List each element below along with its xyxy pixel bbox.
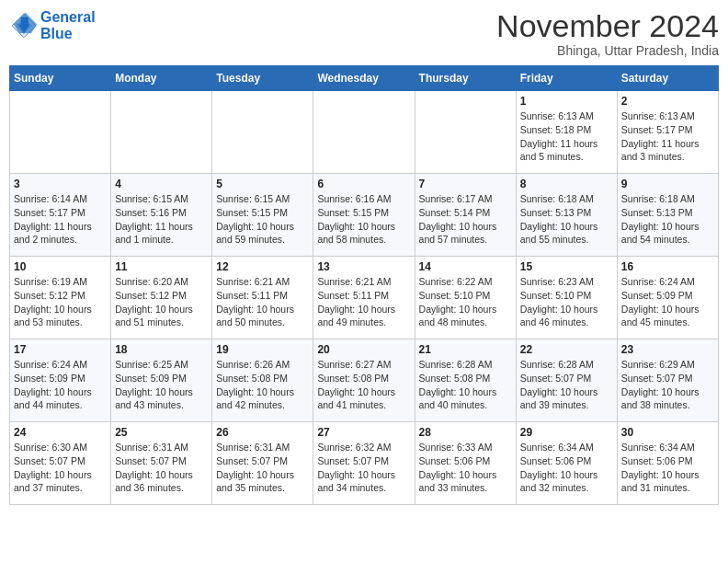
- day-info: Sunrise: 6:16 AM Sunset: 5:15 PM Dayligh…: [317, 192, 410, 247]
- calendar-cell: 6Sunrise: 6:16 AM Sunset: 5:15 PM Daylig…: [313, 174, 415, 257]
- weekday-header-wednesday: Wednesday: [313, 66, 415, 91]
- day-number: 10: [14, 260, 107, 273]
- day-number: 17: [14, 343, 107, 356]
- calendar-cell: 26Sunrise: 6:31 AM Sunset: 5:07 PM Dayli…: [212, 422, 313, 505]
- calendar-header-row: SundayMondayTuesdayWednesdayThursdayFrid…: [10, 66, 719, 91]
- day-number: 14: [419, 260, 512, 273]
- calendar-cell: 5Sunrise: 6:15 AM Sunset: 5:15 PM Daylig…: [212, 174, 313, 257]
- day-number: 30: [621, 426, 714, 439]
- day-info: Sunrise: 6:34 AM Sunset: 5:06 PM Dayligh…: [520, 441, 613, 495]
- day-info: Sunrise: 6:28 AM Sunset: 5:08 PM Dayligh…: [419, 358, 512, 412]
- calendar-cell: 3Sunrise: 6:14 AM Sunset: 5:17 PM Daylig…: [10, 174, 111, 257]
- day-number: 8: [520, 178, 613, 190]
- day-info: Sunrise: 6:29 AM Sunset: 5:07 PM Dayligh…: [621, 358, 714, 412]
- day-info: Sunrise: 6:31 AM Sunset: 5:07 PM Dayligh…: [216, 441, 309, 495]
- day-info: Sunrise: 6:25 AM Sunset: 5:09 PM Dayligh…: [115, 358, 208, 412]
- weekday-header-thursday: Thursday: [415, 66, 516, 91]
- calendar-week-row: 3Sunrise: 6:14 AM Sunset: 5:17 PM Daylig…: [10, 174, 719, 257]
- day-number: 25: [115, 426, 208, 439]
- weekday-header-sunday: Sunday: [10, 66, 111, 91]
- day-info: Sunrise: 6:34 AM Sunset: 5:06 PM Dayligh…: [621, 441, 714, 495]
- calendar-cell: [111, 91, 212, 174]
- day-info: Sunrise: 6:13 AM Sunset: 5:18 PM Dayligh…: [520, 109, 613, 164]
- day-number: 24: [14, 426, 107, 439]
- day-info: Sunrise: 6:18 AM Sunset: 5:13 PM Dayligh…: [621, 192, 714, 247]
- calendar-cell: 12Sunrise: 6:21 AM Sunset: 5:11 PM Dayli…: [212, 257, 313, 339]
- day-number: 15: [520, 260, 613, 273]
- calendar-cell: 20Sunrise: 6:27 AM Sunset: 5:08 PM Dayli…: [313, 339, 415, 422]
- calendar-week-row: 1Sunrise: 6:13 AM Sunset: 5:18 PM Daylig…: [10, 91, 719, 174]
- calendar-cell: 4Sunrise: 6:15 AM Sunset: 5:16 PM Daylig…: [111, 174, 212, 257]
- calendar-cell: 10Sunrise: 6:19 AM Sunset: 5:12 PM Dayli…: [10, 257, 111, 339]
- logo-icon: [9, 11, 39, 40]
- calendar-cell: 23Sunrise: 6:29 AM Sunset: 5:07 PM Dayli…: [617, 339, 718, 422]
- day-info: Sunrise: 6:30 AM Sunset: 5:07 PM Dayligh…: [14, 441, 107, 495]
- day-number: 19: [216, 343, 309, 356]
- weekday-header-friday: Friday: [516, 66, 617, 91]
- day-number: 21: [419, 343, 512, 356]
- calendar-cell: 9Sunrise: 6:18 AM Sunset: 5:13 PM Daylig…: [617, 174, 718, 257]
- day-info: Sunrise: 6:15 AM Sunset: 5:16 PM Dayligh…: [115, 192, 208, 247]
- calendar-cell: 19Sunrise: 6:26 AM Sunset: 5:08 PM Dayli…: [212, 339, 313, 422]
- day-number: 28: [419, 426, 512, 439]
- day-number: 2: [621, 95, 714, 108]
- calendar-cell: 27Sunrise: 6:32 AM Sunset: 5:07 PM Dayli…: [313, 422, 415, 505]
- day-info: Sunrise: 6:31 AM Sunset: 5:07 PM Dayligh…: [115, 441, 208, 495]
- day-info: Sunrise: 6:13 AM Sunset: 5:17 PM Dayligh…: [621, 109, 714, 164]
- day-number: 9: [621, 178, 714, 190]
- day-number: 3: [14, 178, 107, 190]
- page-header: GeneralBlue November 2024 Bhinga, Uttar …: [9, 9, 719, 58]
- calendar-cell: 8Sunrise: 6:18 AM Sunset: 5:13 PM Daylig…: [516, 174, 617, 257]
- day-info: Sunrise: 6:21 AM Sunset: 5:11 PM Dayligh…: [216, 275, 309, 329]
- day-info: Sunrise: 6:26 AM Sunset: 5:08 PM Dayligh…: [216, 358, 309, 412]
- calendar-cell: [10, 91, 111, 174]
- logo: GeneralBlue: [9, 9, 96, 41]
- calendar-cell: 21Sunrise: 6:28 AM Sunset: 5:08 PM Dayli…: [415, 339, 516, 422]
- calendar-cell: 18Sunrise: 6:25 AM Sunset: 5:09 PM Dayli…: [111, 339, 212, 422]
- day-info: Sunrise: 6:32 AM Sunset: 5:07 PM Dayligh…: [317, 441, 410, 495]
- month-title: November 2024: [496, 9, 719, 43]
- day-number: 13: [317, 260, 410, 273]
- calendar-week-row: 17Sunrise: 6:24 AM Sunset: 5:09 PM Dayli…: [10, 339, 719, 422]
- day-info: Sunrise: 6:22 AM Sunset: 5:10 PM Dayligh…: [419, 275, 512, 329]
- day-number: 27: [317, 426, 410, 439]
- day-info: Sunrise: 6:27 AM Sunset: 5:08 PM Dayligh…: [317, 358, 410, 412]
- calendar-cell: 2Sunrise: 6:13 AM Sunset: 5:17 PM Daylig…: [617, 91, 718, 174]
- day-info: Sunrise: 6:15 AM Sunset: 5:15 PM Dayligh…: [216, 192, 309, 247]
- day-number: 18: [115, 343, 208, 356]
- calendar-cell: 29Sunrise: 6:34 AM Sunset: 5:06 PM Dayli…: [516, 422, 617, 505]
- day-number: 22: [520, 343, 613, 356]
- calendar-cell: 16Sunrise: 6:24 AM Sunset: 5:09 PM Dayli…: [617, 257, 718, 339]
- title-block: November 2024 Bhinga, Uttar Pradesh, Ind…: [496, 9, 719, 58]
- calendar-cell: 22Sunrise: 6:28 AM Sunset: 5:07 PM Dayli…: [516, 339, 617, 422]
- day-number: 29: [520, 426, 613, 439]
- day-number: 7: [419, 178, 512, 190]
- location-title: Bhinga, Uttar Pradesh, India: [496, 43, 719, 58]
- calendar-cell: 15Sunrise: 6:23 AM Sunset: 5:10 PM Dayli…: [516, 257, 617, 339]
- calendar-cell: 17Sunrise: 6:24 AM Sunset: 5:09 PM Dayli…: [10, 339, 111, 422]
- day-number: 20: [317, 343, 410, 356]
- day-info: Sunrise: 6:23 AM Sunset: 5:10 PM Dayligh…: [520, 275, 613, 329]
- calendar-cell: 28Sunrise: 6:33 AM Sunset: 5:06 PM Dayli…: [415, 422, 516, 505]
- calendar-cell: 7Sunrise: 6:17 AM Sunset: 5:14 PM Daylig…: [415, 174, 516, 257]
- day-number: 11: [115, 260, 208, 273]
- day-info: Sunrise: 6:14 AM Sunset: 5:17 PM Dayligh…: [14, 192, 107, 247]
- day-info: Sunrise: 6:24 AM Sunset: 5:09 PM Dayligh…: [621, 275, 714, 329]
- calendar-cell: 14Sunrise: 6:22 AM Sunset: 5:10 PM Dayli…: [415, 257, 516, 339]
- day-number: 26: [216, 426, 309, 439]
- day-info: Sunrise: 6:18 AM Sunset: 5:13 PM Dayligh…: [520, 192, 613, 247]
- calendar-cell: 25Sunrise: 6:31 AM Sunset: 5:07 PM Dayli…: [111, 422, 212, 505]
- day-info: Sunrise: 6:19 AM Sunset: 5:12 PM Dayligh…: [14, 275, 107, 329]
- calendar-table: SundayMondayTuesdayWednesdayThursdayFrid…: [9, 65, 719, 505]
- day-info: Sunrise: 6:33 AM Sunset: 5:06 PM Dayligh…: [419, 441, 512, 495]
- calendar-cell: [313, 91, 415, 174]
- calendar-cell: 13Sunrise: 6:21 AM Sunset: 5:11 PM Dayli…: [313, 257, 415, 339]
- weekday-header-saturday: Saturday: [617, 66, 718, 91]
- day-number: 16: [621, 260, 714, 273]
- day-info: Sunrise: 6:20 AM Sunset: 5:12 PM Dayligh…: [115, 275, 208, 329]
- calendar-cell: [415, 91, 516, 174]
- day-number: 5: [216, 178, 309, 190]
- calendar-cell: 24Sunrise: 6:30 AM Sunset: 5:07 PM Dayli…: [10, 422, 111, 505]
- weekday-header-tuesday: Tuesday: [212, 66, 313, 91]
- day-number: 23: [621, 343, 714, 356]
